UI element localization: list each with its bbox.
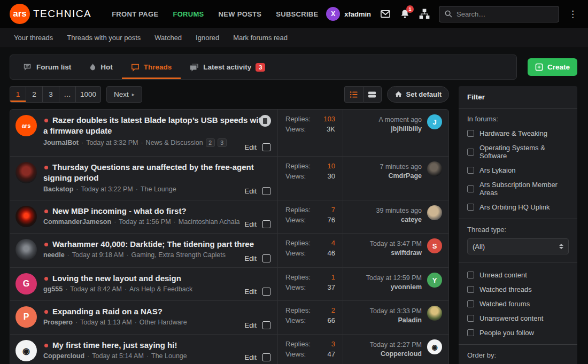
last-post-user[interactable]: Paladin bbox=[370, 316, 422, 325]
thread-title[interactable]: Expanding a Raid on a NAS? bbox=[43, 306, 268, 317]
set-default-button[interactable]: Set default bbox=[387, 86, 449, 103]
checkbox[interactable] bbox=[467, 329, 474, 336]
last-post-avatar[interactable]: ◉ bbox=[427, 339, 442, 354]
thread-forum[interactable]: The Lounge bbox=[144, 352, 187, 360]
thread-page-3[interactable]: 3 bbox=[218, 138, 227, 147]
subnav-your-threads[interactable]: Your threads bbox=[14, 34, 53, 42]
edit-link[interactable]: Edit bbox=[245, 353, 257, 361]
page-1[interactable]: 1 bbox=[10, 86, 26, 103]
thread-select-checkbox[interactable] bbox=[262, 353, 270, 361]
checkbox[interactable] bbox=[467, 149, 474, 156]
subnav-threads-with-your-posts[interactable]: Threads with your posts bbox=[67, 34, 141, 42]
last-post-user[interactable]: cateye bbox=[376, 215, 422, 224]
subnav-ignored[interactable]: Ignored bbox=[196, 34, 219, 42]
overflow-menu-icon[interactable]: ⋮ bbox=[568, 10, 577, 19]
checkbox[interactable] bbox=[467, 286, 474, 293]
thread-select-checkbox[interactable] bbox=[262, 143, 270, 151]
thread-page-2[interactable]: 2 bbox=[206, 138, 215, 147]
filter-unanswered-content[interactable]: Unanswered content bbox=[467, 314, 569, 322]
nav-forums[interactable]: FORUMS bbox=[173, 10, 204, 18]
list-view-button[interactable] bbox=[344, 86, 363, 103]
edit-link[interactable]: Edit bbox=[245, 143, 257, 151]
forum-filter-ars-subscription-member-areas[interactable]: Ars Subscription Member Areas bbox=[467, 181, 569, 197]
tab-latest-activity[interactable]: Latest activity 3 bbox=[181, 55, 274, 79]
thread-avatar[interactable] bbox=[16, 206, 37, 227]
page-ellipsis[interactable]: … bbox=[59, 86, 76, 103]
thread-title[interactable]: Loving the new layout and design bbox=[43, 273, 268, 284]
nav-new-posts[interactable]: NEW POSTS bbox=[219, 10, 262, 18]
article-preview-icon[interactable] bbox=[259, 115, 271, 127]
edit-link[interactable]: Edit bbox=[245, 321, 257, 329]
nav-subscribe[interactable]: SUBSCRIBE bbox=[276, 10, 318, 18]
thread-author[interactable]: CommanderJameson bbox=[43, 218, 111, 226]
filter-watched-forums[interactable]: Watched forums bbox=[467, 300, 569, 308]
checkbox[interactable] bbox=[467, 315, 474, 322]
thread-author[interactable]: gg555 bbox=[43, 285, 63, 293]
last-post-avatar[interactable]: Y bbox=[427, 273, 442, 288]
edit-link[interactable]: Edit bbox=[245, 288, 257, 296]
thread-title[interactable]: My first time here, just saying hi! bbox=[43, 340, 268, 351]
next-page-button[interactable]: Next ▸ bbox=[106, 86, 142, 103]
thread-author[interactable]: needle bbox=[43, 251, 65, 259]
page-2[interactable]: 2 bbox=[26, 86, 43, 103]
thread-author[interactable]: JournalBot bbox=[43, 139, 79, 146]
alerts-bell-icon[interactable]: 1 bbox=[400, 9, 410, 19]
thread-forum[interactable]: The Lounge bbox=[133, 185, 176, 193]
last-post-avatar[interactable]: S bbox=[427, 238, 442, 253]
thread-avatar[interactable]: P bbox=[16, 306, 37, 328]
last-post-user[interactable]: swiftdraw bbox=[370, 249, 422, 258]
thread-avatar[interactable]: ◉ bbox=[16, 340, 37, 361]
edit-link[interactable]: Edit bbox=[245, 254, 257, 262]
messages-icon[interactable] bbox=[380, 9, 391, 19]
last-post-user[interactable]: jbjhillbilly bbox=[378, 125, 422, 134]
thread-forum[interactable]: Macintoshian Achaia bbox=[171, 218, 240, 226]
page-1000[interactable]: 1000 bbox=[76, 86, 101, 103]
nav-front-page[interactable]: FRONT PAGE bbox=[112, 10, 158, 18]
last-post-avatar[interactable]: J bbox=[427, 114, 442, 129]
thread-forum[interactable]: Other Hardware bbox=[132, 319, 187, 326]
sitemap-icon[interactable] bbox=[419, 9, 430, 19]
checkbox[interactable] bbox=[467, 272, 474, 278]
last-post-user[interactable]: yvonniem bbox=[366, 283, 422, 292]
subnav-mark-forums-read[interactable]: Mark forums read bbox=[233, 34, 288, 42]
filter-unread-content[interactable]: Unread content bbox=[467, 271, 569, 279]
last-post-user[interactable]: CmdrPage bbox=[380, 172, 422, 181]
thread-select-checkbox[interactable] bbox=[262, 321, 270, 329]
card-view-button[interactable] bbox=[363, 86, 382, 103]
checkbox[interactable] bbox=[467, 130, 474, 137]
thread-avatar[interactable] bbox=[16, 162, 37, 183]
thread-forum[interactable]: News & Discussion bbox=[138, 139, 203, 146]
forum-filter-ars-orbiting-hq-uplink[interactable]: Ars Orbiting HQ Uplink bbox=[467, 203, 569, 211]
thread-title[interactable]: Warhammer 40,000: Darktide; The tidening… bbox=[43, 239, 268, 250]
thread-avatar[interactable]: ars bbox=[16, 115, 37, 136]
tab-hot[interactable]: Hot bbox=[80, 55, 122, 79]
thread-select-checkbox[interactable] bbox=[262, 220, 270, 228]
thread-author[interactable]: Backstop bbox=[43, 185, 73, 193]
last-post-user[interactable]: Coppercloud bbox=[370, 350, 422, 359]
edit-link[interactable]: Edit bbox=[245, 220, 257, 228]
thread-author[interactable]: Prospero bbox=[43, 319, 73, 326]
thread-title[interactable]: New MBP incoming - what do first? bbox=[43, 206, 268, 216]
filter-watched-threads[interactable]: Watched threads bbox=[467, 285, 569, 293]
thread-type-select[interactable]: (All) bbox=[467, 238, 569, 254]
thread-author[interactable]: Coppercloud bbox=[43, 352, 84, 360]
forum-filter-hardware-tweaking[interactable]: Hardware & Tweaking bbox=[467, 129, 569, 137]
filter-people-you-follow[interactable]: People you follow bbox=[467, 329, 569, 337]
tab-forum-list[interactable]: Forum list bbox=[14, 55, 80, 79]
thread-select-checkbox[interactable] bbox=[262, 187, 270, 195]
thread-avatar[interactable]: G bbox=[16, 273, 37, 295]
page-3[interactable]: 3 bbox=[43, 86, 59, 103]
search-input[interactable] bbox=[457, 10, 554, 18]
checkbox[interactable] bbox=[467, 204, 474, 211]
ars-technica-logo[interactable]: ars TECHNICA bbox=[10, 4, 91, 24]
tab-threads[interactable]: Threads bbox=[122, 55, 181, 79]
forum-filter-ars-lykaion[interactable]: Ars Lykaion bbox=[467, 166, 569, 174]
checkbox[interactable] bbox=[467, 300, 474, 307]
forum-filter-operating-systems-software[interactable]: Operating Systems & Software bbox=[467, 144, 569, 160]
edit-link[interactable]: Edit bbox=[245, 187, 257, 195]
last-post-avatar[interactable] bbox=[427, 205, 442, 220]
thread-forum[interactable]: Ars Help & Feedback bbox=[122, 285, 192, 293]
thread-title[interactable]: Thursday Questions are unaffected by the… bbox=[43, 162, 268, 184]
subnav-watched[interactable]: Watched bbox=[154, 34, 182, 42]
create-button[interactable]: Create bbox=[528, 58, 577, 76]
